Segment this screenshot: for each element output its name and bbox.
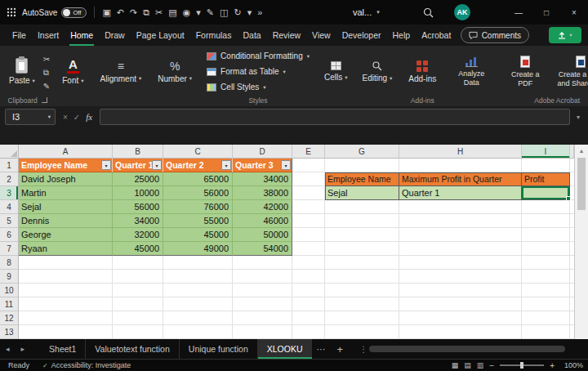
cell-h10[interactable] — [399, 284, 522, 297]
cell-c3[interactable]: 56000 — [163, 186, 233, 200]
cancel-formula-icon[interactable]: × — [63, 113, 68, 122]
cell-h8[interactable] — [399, 256, 522, 270]
column-header-i[interactable]: I — [522, 145, 570, 159]
cell-h9[interactable] — [399, 270, 522, 284]
cell-c5[interactable]: 55000 — [163, 214, 233, 228]
cell-b5[interactable]: 34000 — [113, 214, 163, 228]
cell-b9[interactable] — [113, 270, 163, 284]
column-header-b[interactable]: B — [113, 145, 163, 159]
add-ins-button[interactable]: Add-ins — [404, 59, 440, 85]
cell-i4[interactable] — [522, 200, 570, 214]
cell-g13[interactable] — [325, 325, 399, 339]
cell-h4[interactable] — [399, 200, 522, 214]
copy-icon[interactable]: ⧉ — [43, 68, 50, 78]
row-header-4[interactable]: 4 — [0, 200, 19, 214]
cell-c8[interactable] — [163, 256, 233, 270]
cell-d4[interactable]: 42000 — [233, 200, 292, 214]
menu-tab-insert[interactable]: Insert — [32, 25, 65, 46]
menu-tab-formulas[interactable]: Formulas — [190, 25, 238, 46]
menu-tab-help[interactable]: Help — [387, 25, 416, 46]
horizontal-scrollbar-thumb[interactable] — [369, 346, 565, 352]
cell-h2[interactable]: Maximum Profit in Quarter — [399, 172, 522, 186]
cell-b4[interactable]: 56000 — [113, 200, 163, 214]
menu-tab-view[interactable]: View — [306, 25, 336, 46]
cell-d12[interactable] — [233, 311, 292, 325]
cell-g4[interactable] — [325, 200, 399, 214]
cell-i10[interactable] — [522, 284, 570, 297]
normal-view-icon[interactable]: ▦ — [452, 361, 459, 369]
maximize-button[interactable]: □ — [532, 0, 560, 25]
undo-icon[interactable]: ↶ — [117, 8, 124, 17]
row-header-8[interactable]: 8 — [0, 256, 19, 270]
menu-tab-review[interactable]: Review — [267, 25, 306, 46]
more-sheets-icon[interactable]: ⋯ — [312, 344, 331, 355]
cell-d10[interactable] — [233, 284, 292, 297]
page-layout-view-icon[interactable]: ▤ — [464, 361, 471, 369]
column-header-c[interactable]: C — [163, 145, 233, 159]
create-pdf-share-button[interactable]: Create a PDF and Share link — [550, 54, 588, 89]
cell-h1[interactable] — [399, 159, 522, 172]
cell-c9[interactable] — [163, 270, 233, 284]
autosave-control[interactable]: AutoSave Off — [22, 7, 87, 18]
dropdown-icon[interactable]: ▾ — [247, 8, 252, 17]
cell-h11[interactable] — [399, 297, 522, 311]
zoom-in-button[interactable]: + — [550, 361, 555, 370]
row-header-10[interactable]: 10 — [0, 284, 19, 297]
cell-c4[interactable]: 76000 — [163, 200, 233, 214]
cell-c13[interactable] — [163, 325, 233, 339]
enter-formula-icon[interactable]: ✓ — [74, 113, 80, 122]
column-header-d[interactable]: D — [233, 145, 292, 159]
cell-i13[interactable] — [522, 325, 570, 339]
menu-tab-developer[interactable]: Developer — [336, 25, 387, 46]
sheet-tab-sheet1[interactable]: Sheet1 — [40, 339, 85, 359]
cell-i6[interactable] — [522, 228, 570, 242]
cell-a11[interactable] — [19, 297, 113, 311]
cell-e12[interactable] — [292, 311, 325, 325]
cell-h6[interactable] — [399, 228, 522, 242]
save-icon[interactable]: ▣ — [102, 8, 110, 17]
cell-b6[interactable]: 32000 — [113, 228, 163, 242]
name-box[interactable]: I3 ▾ — [5, 109, 56, 125]
row-header-2[interactable]: 2 — [0, 172, 19, 186]
history-icon[interactable]: ↻ — [234, 8, 241, 17]
cell-b10[interactable] — [113, 284, 163, 297]
menu-tab-draw[interactable]: Draw — [99, 25, 131, 46]
cell-g12[interactable] — [325, 311, 399, 325]
cell-d11[interactable] — [233, 297, 292, 311]
new-sheet-button[interactable]: + — [331, 343, 350, 355]
cell-c6[interactable]: 45000 — [163, 228, 233, 242]
cell-e2[interactable] — [292, 172, 325, 186]
formula-input[interactable] — [100, 109, 570, 125]
autosave-toggle[interactable]: Off — [61, 7, 87, 18]
chart-icon[interactable]: ▤ — [168, 8, 176, 17]
cell-e10[interactable] — [292, 284, 325, 297]
row-header-12[interactable]: 12 — [0, 311, 19, 325]
select-all-corner[interactable] — [0, 145, 19, 159]
cell-e4[interactable] — [292, 200, 325, 214]
app-launcher-icon[interactable] — [7, 7, 16, 17]
vertical-scrollbar[interactable]: ▲ — [574, 145, 588, 339]
cut-icon[interactable]: ✂ — [155, 8, 163, 17]
page-break-view-icon[interactable]: ▥ — [477, 361, 484, 369]
cell-a1[interactable]: Employee Name▾ — [19, 159, 113, 172]
zoom-slider[interactable] — [500, 364, 544, 366]
row-header-9[interactable]: 9 — [0, 270, 19, 284]
menu-tab-acrobat[interactable]: Acrobat — [416, 25, 457, 46]
cell-g6[interactable] — [325, 228, 399, 242]
cell-a6[interactable]: George — [19, 228, 113, 242]
cell-g2[interactable]: Employee Name — [325, 172, 399, 186]
cell-a7[interactable]: Ryaan — [19, 242, 113, 256]
cell-g11[interactable] — [325, 297, 399, 311]
column-header-a[interactable]: A — [19, 145, 113, 159]
cell-d6[interactable]: 50000 — [233, 228, 292, 242]
cell-b1[interactable]: Quarter 1▾ — [113, 159, 163, 172]
cell-c11[interactable] — [163, 297, 233, 311]
cell-i8[interactable] — [522, 256, 570, 270]
cell-b12[interactable] — [113, 311, 163, 325]
scroll-up-icon[interactable]: ▲ — [575, 145, 588, 156]
cell-b7[interactable]: 45000 — [113, 242, 163, 256]
close-button[interactable]: × — [560, 0, 588, 25]
cell-e9[interactable] — [292, 270, 325, 284]
minimize-button[interactable]: — — [505, 0, 532, 25]
cell-i11[interactable] — [522, 297, 570, 311]
